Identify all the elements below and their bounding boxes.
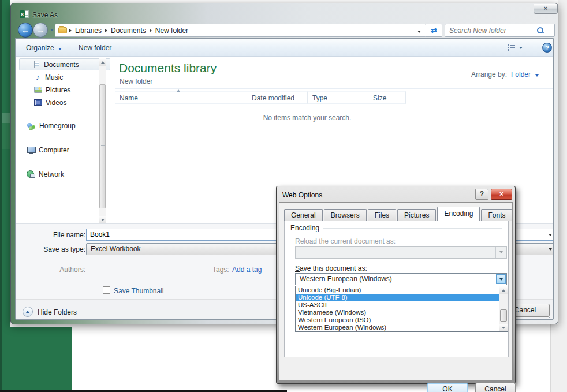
- web-options-client-area: General Browsers Files Pictures Encoding…: [279, 202, 513, 381]
- excel-window-border: [0, 0, 2, 390]
- command-toolbar: Organize New folder ?: [16, 39, 553, 57]
- sidebar-item-music[interactable]: ♪ Music: [34, 71, 103, 83]
- scrollbar-thumb[interactable]: [99, 84, 106, 208]
- sidebar-item-documents[interactable]: Documents: [34, 58, 103, 70]
- chevron-down-icon: [58, 48, 62, 50]
- column-header-size[interactable]: Size: [368, 91, 406, 104]
- arrange-by-dropdown[interactable]: Folder: [511, 70, 539, 79]
- forward-button[interactable]: →: [33, 23, 48, 38]
- breadcrumb-new-folder[interactable]: New folder: [152, 27, 192, 35]
- refresh-button[interactable]: ⇄: [426, 24, 442, 37]
- column-header-date-modified[interactable]: Date modified: [247, 91, 308, 104]
- library-title: Documents library: [119, 61, 217, 75]
- add-tag-link[interactable]: Add a tag: [232, 266, 262, 274]
- reload-document-label: Reload the current document as:: [295, 237, 396, 245]
- recent-pages-chevron-icon[interactable]: [50, 29, 54, 31]
- view-options-chevron-icon[interactable]: [519, 47, 523, 49]
- refresh-icon: ⇄: [431, 26, 437, 35]
- cancel-button[interactable]: Cancel: [475, 383, 516, 392]
- chevron-up-icon: [26, 311, 29, 313]
- scroll-up-icon[interactable]: [499, 286, 508, 294]
- homegroup-icon: [27, 122, 36, 130]
- encoding-group-label: Encoding: [290, 224, 319, 232]
- tab-general[interactable]: General: [284, 209, 323, 221]
- list-item[interactable]: Vietnamese (Windows): [296, 309, 508, 316]
- document-icon: [34, 61, 40, 68]
- breadcrumb-libraries[interactable]: Libraries: [72, 27, 105, 35]
- excel-window-bottom-edge: [0, 390, 287, 392]
- search-icon[interactable]: [536, 27, 544, 35]
- column-header-name[interactable]: Name: [115, 91, 247, 104]
- tab-files[interactable]: Files: [368, 209, 396, 221]
- tab-browsers[interactable]: Browsers: [324, 209, 367, 221]
- sidebar-item-homegroup[interactable]: Homegroup: [27, 120, 102, 132]
- picture-icon: [34, 87, 42, 93]
- breadcrumb-documents[interactable]: Documents: [107, 27, 150, 35]
- group-divider: [323, 228, 502, 229]
- scroll-down-icon[interactable]: [499, 324, 508, 331]
- save-document-as-dropdown[interactable]: Western European (Windows): [295, 273, 507, 285]
- scroll-down-icon[interactable]: [99, 216, 106, 223]
- dialog-title: Save As: [32, 11, 58, 19]
- help-icon[interactable]: ?: [542, 43, 552, 53]
- list-item[interactable]: Western European (ISO): [296, 316, 508, 324]
- sidebar-item-computer[interactable]: Computer: [27, 144, 102, 156]
- save-thumbnail-label[interactable]: Save Thumbnail: [114, 287, 164, 295]
- list-scrollbar[interactable]: [499, 286, 508, 331]
- excel-backstage-band: [2, 123, 10, 149]
- tab-pictures[interactable]: Pictures: [397, 209, 436, 221]
- divider: [115, 88, 554, 89]
- web-options-dialog: Web Options ? × General Browsers Files P…: [276, 186, 516, 384]
- empty-folder-message: No items match your search.: [206, 114, 408, 122]
- tab-fonts[interactable]: Fonts: [481, 209, 512, 221]
- network-icon: [27, 170, 35, 178]
- sidebar-item-videos[interactable]: Videos: [34, 96, 103, 109]
- hide-folders-label[interactable]: Hide Folders: [38, 308, 77, 316]
- backstage-divider: [256, 327, 256, 390]
- save-document-as-label: Save this document as:: [295, 264, 367, 272]
- library-subtitle: New folder: [120, 77, 152, 85]
- list-item-selected[interactable]: Unicode (UTF-8): [296, 294, 499, 301]
- chevron-down-icon: [549, 248, 552, 251]
- list-item[interactable]: Unicode (Big-Endian): [296, 286, 508, 294]
- tags-label: Tags:: [212, 266, 229, 274]
- dialog-title: Web Options: [282, 191, 322, 199]
- scrollbar-thumb[interactable]: [500, 309, 507, 322]
- change-view-icon[interactable]: [508, 44, 515, 51]
- address-dropdown-icon[interactable]: [417, 27, 426, 35]
- search-input[interactable]: [445, 27, 533, 35]
- chevron-down-icon[interactable]: [549, 234, 552, 236]
- sidebar-item-network[interactable]: Network: [27, 168, 102, 180]
- authors-label: Authors:: [33, 266, 85, 274]
- list-item[interactable]: Western European (Windows): [296, 324, 508, 331]
- chevron-down-icon: [495, 247, 506, 258]
- sidebar-item-pictures[interactable]: Pictures: [34, 84, 103, 96]
- excel-backstage-band: [2, 113, 10, 123]
- help-icon[interactable]: ?: [475, 189, 488, 200]
- folder-icon: [58, 27, 67, 33]
- hide-folders-button[interactable]: [23, 307, 33, 317]
- list-item[interactable]: US-ASCII: [296, 301, 508, 309]
- search-box[interactable]: [445, 24, 555, 37]
- music-note-icon: ♪: [34, 73, 42, 81]
- organize-menu[interactable]: Organize: [26, 44, 62, 52]
- file-name-label: File name:: [33, 231, 85, 239]
- chevron-down-icon: [535, 74, 539, 77]
- save-thumbnail-checkbox[interactable]: [103, 286, 110, 294]
- close-icon[interactable]: ×: [534, 4, 558, 14]
- excel-backstage-panel: [0, 327, 72, 390]
- encoding-dropdown-list: Unicode (Big-Endian) Unicode (UTF-8) US-…: [295, 286, 508, 332]
- scroll-up-icon[interactable]: [99, 58, 106, 66]
- back-button[interactable]: ←: [18, 23, 33, 38]
- excel-window-right-area: [550, 324, 567, 392]
- new-folder-button[interactable]: New folder: [79, 44, 111, 52]
- column-header-type[interactable]: Type: [308, 91, 368, 104]
- tab-encoding[interactable]: Encoding: [437, 207, 480, 221]
- tab-strip: General Browsers Files Pictures Encoding…: [284, 207, 512, 221]
- breadcrumb[interactable]: Libraries Documents New folder: [55, 24, 426, 37]
- chevron-down-icon[interactable]: [496, 274, 506, 284]
- ok-button[interactable]: OK: [427, 383, 468, 392]
- close-icon[interactable]: ×: [491, 189, 512, 200]
- film-icon: [34, 99, 42, 106]
- sidebar-scrollbar[interactable]: [99, 58, 106, 224]
